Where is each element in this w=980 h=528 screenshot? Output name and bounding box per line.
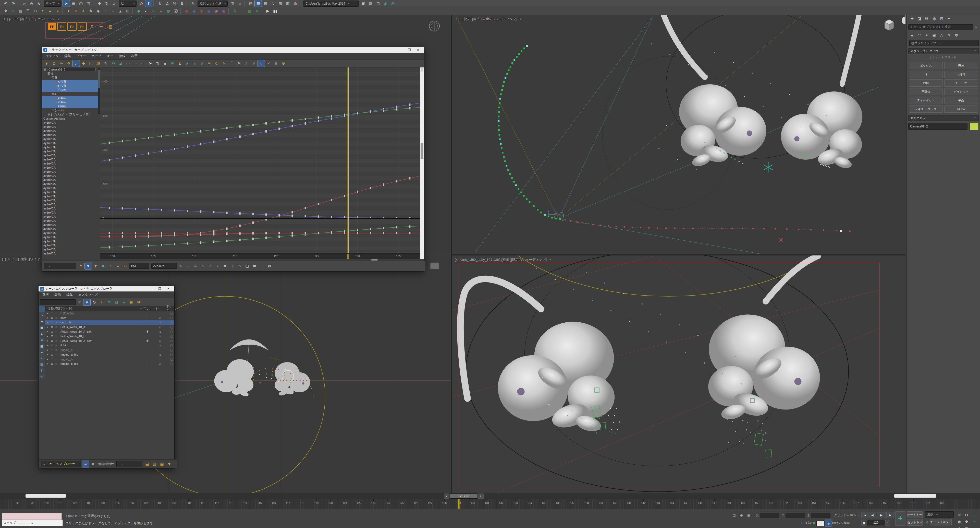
explorer-tool-icon-1[interactable]: ▼ [83, 299, 90, 306]
select-by-name-icon[interactable]: ☰ [70, 0, 77, 6]
render-teapot-icon[interactable]: ♨ [159, 321, 162, 324]
freeze-icon[interactable]: ⁚ [146, 348, 147, 352]
track-item[interactable]: 位置 [42, 76, 100, 80]
display-filter-icon-2[interactable]: ✦ [39, 319, 45, 324]
expand-icon[interactable]: ▶ [47, 326, 48, 328]
curve-editor-tool-icon-16[interactable]: ∧ [162, 60, 169, 67]
camera-pair-icon[interactable]: ⊙ [32, 8, 39, 14]
curve-editor-tool-icon-28[interactable]: ∨ [250, 60, 257, 67]
tv-bottom-icon-6[interactable]: ⊙ [122, 263, 129, 269]
vray-icon[interactable]: Ⓥ [172, 8, 179, 14]
fp-toolbar-button-0[interactable]: FP [48, 23, 56, 30]
helpers-category-icon[interactable]: △ [938, 32, 945, 38]
primitive-button-平面[interactable]: 平面 [944, 97, 978, 104]
track-item[interactable]: Y 回転 [42, 100, 100, 104]
expand-icon[interactable]: ▶ [47, 330, 48, 333]
ruler-current-time[interactable] [347, 254, 349, 259]
track-item[interactable]: ay1refCA [42, 133, 100, 137]
geosphere-icon[interactable]: ◈ [95, 8, 102, 14]
render-teapot-icon[interactable]: ♨ [159, 344, 162, 347]
point-helper-icon[interactable]: ✦ [65, 8, 72, 14]
selected-dropdown[interactable]: 選択 [925, 511, 954, 517]
render-teapot-icon[interactable]: ♨ [159, 316, 162, 319]
arrow-icon[interactable]: → [239, 8, 245, 14]
curve-editor-tool-icon-29[interactable]: ○ [258, 60, 265, 67]
display-filter-icon-0[interactable]: ◌ [39, 306, 45, 312]
tv-nav-icon-10[interactable]: ⊕ [251, 263, 258, 269]
primitive-category-dropdown[interactable]: 標準プリミティブ [909, 40, 979, 46]
track-item[interactable]: ay1refCA [42, 227, 100, 231]
explorer-tool-icon-3[interactable]: ✛ [98, 299, 105, 306]
layer-stack-icon[interactable]: ≡ [56, 330, 57, 333]
track-item[interactable]: ay1refCA [42, 137, 100, 141]
named-selection-sets-dropdown[interactable]: 選択セット作成 [197, 0, 228, 6]
column-name[interactable]: 名前(昇順でソート) [48, 306, 72, 310]
curve-editor-tool-icon-4[interactable]: ↔ [73, 60, 80, 67]
z-coord-field[interactable] [811, 513, 830, 518]
curve-editor-tool-icon-1[interactable]: ⊘ [51, 60, 57, 67]
layer-stack-icon[interactable]: ≡ [56, 325, 57, 329]
particles-icon[interactable]: ∷ [150, 8, 157, 14]
curve-editor-tool-icon-3[interactable]: ✥ [65, 60, 72, 67]
object-search-input[interactable]: すべてのオブジェクトを検索... [908, 24, 973, 30]
track-bar[interactable]: 9899100101102103104105106107108109110111… [0, 499, 980, 509]
next-frame-icon[interactable]: > [478, 493, 484, 499]
track-item[interactable]: ay1refCA [42, 186, 100, 190]
track-item[interactable]: ay1refCA [42, 194, 100, 198]
explorer-tool-icon-4[interactable]: ≋ [106, 299, 113, 306]
explorer-footer-icon-1[interactable]: ▥ [151, 461, 158, 467]
track-item[interactable]: ay1refCA [42, 235, 100, 239]
auto-key-button[interactable]: オートキー [907, 511, 923, 518]
select-rotate-icon[interactable]: ↻ [103, 0, 110, 6]
curve-editor-tool-icon-27[interactable]: ∧ [243, 60, 250, 67]
nav-icon-0[interactable]: ⊕ [956, 512, 963, 518]
track-item[interactable]: Custom Attribute [42, 116, 100, 121]
visibility-eye-icon[interactable]: ⊙ [51, 311, 53, 315]
motion-tab[interactable]: ◍ [931, 16, 938, 22]
window-crossing-icon[interactable]: ◰ [85, 0, 92, 6]
help-icon[interactable]: ⊡ [375, 0, 382, 6]
project-folder-dropdown[interactable]: C:\Users\b_i...\3ds Max 2024 [304, 0, 359, 6]
layer-stack-icon[interactable]: ≋ [56, 321, 58, 324]
tv-nav-icon-7[interactable]: ⊹ [229, 263, 236, 269]
green-star-icon[interactable]: ✳ [253, 8, 260, 14]
track-item[interactable]: ay1refCA [42, 129, 100, 133]
track-item[interactable]: Z 回転 [42, 104, 100, 108]
display-filter-icon-7[interactable]: ◒ [39, 349, 45, 355]
fp-toolbar-button-3[interactable]: F≡ [78, 22, 87, 31]
freeze-icon[interactable]: ⁚ [146, 321, 147, 324]
name-color-rollout[interactable]: 名前とカラー⌃ [908, 115, 979, 121]
render-teapot-icon[interactable]: ♨ [159, 334, 162, 338]
display-filter-icon-10[interactable]: ✻ [39, 368, 45, 373]
tv-bottom-icon-0[interactable]: ≡ [77, 263, 84, 269]
tv-nav-icon-2[interactable]: ≋ [192, 263, 199, 269]
render-teapot-icon[interactable]: ♨ [159, 339, 162, 343]
expand-icon[interactable]: ▶ [47, 312, 48, 314]
freeze-icon[interactable]: ⁚ [146, 344, 147, 347]
render-teapot-icon[interactable]: ♨ [159, 353, 162, 356]
track-view-menu[interactable]: 編集 [62, 54, 73, 58]
time-slider-frame-display[interactable]: 129 / 65 [450, 493, 478, 499]
rendered-frame-icon[interactable]: ▥ [284, 0, 291, 6]
expand-icon[interactable]: ▶ [47, 358, 48, 361]
visibility-eye-icon[interactable]: ⊙ [51, 321, 53, 324]
freeze-icon[interactable]: ⁚ [146, 334, 147, 338]
nav-icon-1[interactable]: ⊖ [963, 512, 970, 518]
column-freeze[interactable]: フリ... [143, 306, 151, 310]
play-icon[interactable]: ▶ [877, 512, 886, 518]
track-view-menu[interactable]: ビュー [73, 54, 89, 58]
primitive-button-ボックス[interactable]: ボックス [909, 62, 943, 69]
track-item[interactable]: ▦Camera01_2 [42, 67, 100, 72]
prev-key-icon[interactable]: ◀| [869, 512, 876, 518]
viewport-splitter-vertical[interactable] [451, 15, 452, 493]
key-value-field[interactable]: 276.806 [151, 263, 177, 269]
material-editor-icon[interactable]: ∿ [269, 0, 277, 6]
nav-icon-3[interactable]: ⊠ [956, 519, 963, 525]
track-item[interactable]: ay1refCA [42, 215, 100, 219]
unlink-selection-icon[interactable]: ⊘ [28, 0, 35, 6]
display-filter-icon-9[interactable]: ▤ [39, 361, 45, 367]
primitive-button-球[interactable]: 球 [909, 71, 943, 78]
layer-stack-icon[interactable]: ≡ [56, 362, 57, 365]
layer-row[interactable]: ▶⊙≡Fetus_Week_10_A_skin✻♨▢ [45, 329, 174, 334]
explorer-tool-icon-2[interactable]: ⊙ [91, 299, 98, 306]
